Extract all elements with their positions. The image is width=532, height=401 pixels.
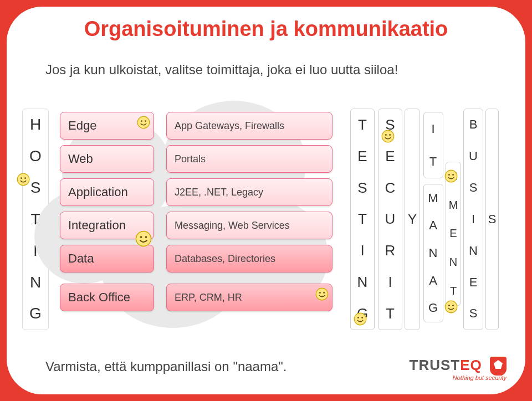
layer-box-edge: Edge: [60, 112, 154, 140]
col-letter: I: [431, 122, 435, 136]
col-letter: M: [449, 199, 458, 212]
col-letter: N: [449, 256, 457, 269]
business-s-column: S: [485, 109, 499, 330]
layer-detail-data: Databases, Directories: [166, 245, 332, 273]
layer-box-backoffice: Back Office: [60, 284, 154, 311]
col-letter: E: [449, 227, 457, 240]
layer-label: Back Office: [68, 290, 130, 305]
shield-icon: [490, 357, 507, 376]
layer-box-web: Web: [60, 145, 154, 173]
smiley-icon: [381, 130, 395, 143]
brand-name-right: EQ: [460, 357, 482, 373]
it-column: I T: [423, 112, 443, 178]
layer-detail-backoffice: ERP, CRM, HR: [166, 284, 332, 311]
brand-logo: TRUSTEQ Nothing but security: [410, 357, 507, 381]
col-letter: S: [357, 179, 367, 197]
layer-detail-application: J2EE, .NET, Legacy: [166, 178, 332, 206]
col-letter: M: [428, 191, 438, 205]
layer-detail: Messaging, Web Services: [175, 220, 290, 232]
col-letter: N: [357, 274, 368, 291]
layer-label: Web: [68, 152, 93, 166]
col-letter: B: [469, 117, 478, 132]
col-letter: S: [488, 212, 497, 227]
col-letter: T: [358, 116, 367, 133]
layer-detail: ERP, CRM, HR: [175, 292, 242, 304]
col-letter: Y: [408, 212, 417, 227]
layer-label: Integration: [68, 218, 126, 233]
layer-detail-edge: App Gateways, Firewalls: [166, 112, 332, 140]
col-letter: E: [385, 148, 395, 165]
col-letter: A: [429, 218, 438, 233]
col-letter: N: [429, 246, 438, 260]
layer-detail: Databases, Directories: [175, 253, 275, 265]
layer-detail-integration: Messaging, Web Services: [166, 212, 332, 239]
smiley-icon: [444, 169, 458, 183]
hosting-letter: S: [30, 179, 41, 197]
col-letter: U: [469, 149, 478, 163]
smiley-icon: [315, 287, 329, 301]
smiley-icon: [17, 173, 30, 186]
layer-detail: J2EE, .NET, Legacy: [175, 187, 263, 198]
slide-root: Organisoituminen ja kommunikaatio Jos ja…: [0, 0, 532, 401]
col-letter: G: [428, 301, 438, 315]
layer-detail: Portals: [175, 153, 206, 165]
security-y-column: Y: [405, 109, 420, 330]
layer-box-data: Data: [60, 245, 154, 273]
business-column: B U S I N E S: [463, 109, 483, 330]
testing-column: T E S T I N G: [350, 109, 375, 330]
brand-name: TRUSTEQ: [410, 357, 507, 376]
smiley-icon: [135, 230, 152, 247]
smiley-icon: [444, 300, 458, 313]
col-letter: I: [388, 274, 392, 291]
brand-name-left: TRUST: [410, 357, 461, 373]
slide-subline: Jos ja kun ulkoistat, valitse toimittaja…: [45, 62, 500, 78]
col-letter: I: [360, 242, 364, 259]
layer-label: Edge: [68, 119, 96, 133]
layer-detail-web: Portals: [166, 145, 332, 173]
col-letter: T: [386, 305, 395, 322]
col-letter: T: [429, 155, 437, 169]
smiley-icon: [137, 116, 150, 129]
col-letter: S: [469, 181, 478, 195]
layer-label: Data: [68, 251, 94, 266]
smiley-icon: [354, 312, 367, 326]
col-letter: S: [469, 306, 478, 321]
col-letter: E: [469, 275, 478, 290]
layer-detail: App Gateways, Firewalls: [175, 120, 284, 132]
col-letter: N: [469, 244, 478, 258]
col-letter: T: [358, 210, 367, 228]
col-letter: E: [357, 148, 367, 165]
layer-label: Application: [68, 185, 128, 199]
col-letter: A: [429, 274, 438, 288]
slide-panel: Organisoituminen ja kommunikaatio Jos ja…: [7, 7, 525, 394]
slide-bottomline: Varmista, että kumppanillasi on "naama".: [45, 359, 287, 374]
slide-title: Organisoituminen ja kommunikaatio: [7, 7, 525, 51]
ement-column: E M E N T: [446, 162, 461, 306]
col-letter: T: [450, 285, 457, 297]
manag-column: M A N A G: [423, 184, 443, 322]
col-letter: R: [385, 242, 396, 259]
col-letter: C: [385, 179, 396, 197]
layer-box-application: Application: [60, 178, 154, 206]
col-letter: I: [472, 212, 475, 227]
col-letter: U: [385, 210, 396, 228]
